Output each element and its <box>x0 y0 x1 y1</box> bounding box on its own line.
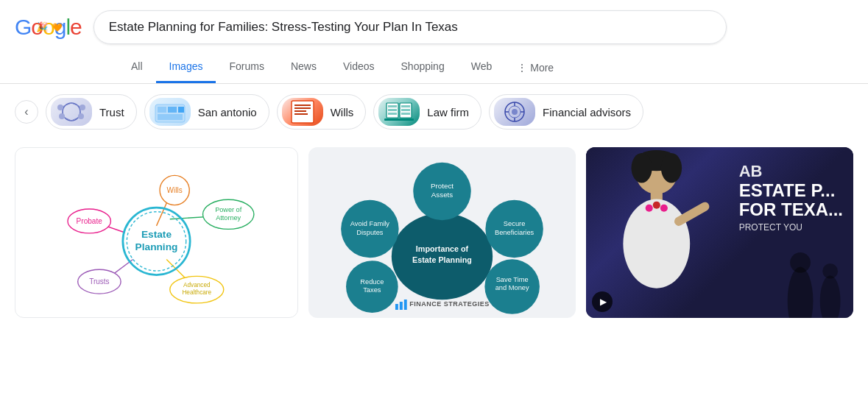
svg-point-8 <box>78 113 84 119</box>
svg-text:Save Time: Save Time <box>496 276 529 283</box>
svg-text:Avoid Family: Avoid Family <box>350 220 389 227</box>
video-title-text: ESTATE P...FOR TEXA... <box>739 181 843 220</box>
svg-point-82 <box>660 205 668 212</box>
google-logo: Google 🎉 🧡 <box>15 15 82 40</box>
tab-forums[interactable]: Forums <box>216 52 277 83</box>
svg-rect-75 <box>399 302 402 310</box>
svg-point-30 <box>512 109 518 115</box>
play-icon: ▶ <box>600 297 607 307</box>
chevron-left-icon: ‹ <box>24 105 28 118</box>
search-bar[interactable] <box>93 10 727 44</box>
tab-all[interactable]: All <box>118 52 156 83</box>
finance-diagram: Importance of Estate Planning Protect As… <box>308 148 576 317</box>
svg-rect-25 <box>401 109 410 111</box>
tab-videos[interactable]: Videos <box>330 52 388 83</box>
svg-text:Planning: Planning <box>135 241 178 252</box>
image-card-finance[interactable]: Importance of Estate Planning Protect As… <box>308 147 576 318</box>
svg-point-5 <box>57 104 63 110</box>
video-background: AB ESTATE P...FOR TEXA... PROTECT YOU <box>586 147 853 318</box>
svg-text:Wills: Wills <box>167 186 183 194</box>
video-play-button[interactable]: ▶ <box>592 291 613 312</box>
svg-text:Protect: Protect <box>431 182 454 190</box>
svg-text:Taxes: Taxes <box>363 286 381 294</box>
svg-point-89 <box>820 275 841 318</box>
svg-point-81 <box>653 202 660 209</box>
svg-text:Power of: Power of <box>215 206 241 213</box>
svg-rect-15 <box>294 104 311 106</box>
svg-rect-24 <box>401 105 410 107</box>
more-dots-icon: ⋮ <box>517 62 527 74</box>
chip-label-san-antonio: San antonio <box>198 106 257 118</box>
svg-line-83 <box>679 207 705 222</box>
svg-rect-74 <box>395 304 398 310</box>
svg-rect-22 <box>388 109 397 111</box>
filter-chip-law-firm[interactable]: Law firm <box>373 94 481 130</box>
chip-label-law-firm: Law firm <box>427 106 469 118</box>
tab-news[interactable]: News <box>278 52 330 83</box>
svg-point-6 <box>80 104 85 110</box>
chip-label-wills: Wills <box>331 106 354 118</box>
chip-thumb-law-firm <box>378 98 420 126</box>
finance-svg: Importance of Estate Planning Protect As… <box>308 148 576 317</box>
finance-logo: FINANCE STRATEGIES <box>395 298 489 310</box>
svg-point-80 <box>646 205 653 212</box>
svg-text:Attorney: Attorney <box>216 214 241 222</box>
svg-rect-27 <box>384 118 414 121</box>
video-channel-badge: AB <box>739 162 843 181</box>
svg-text:Estate: Estate <box>141 229 172 240</box>
images-grid: Estate Planning Wills Power of Attorney … <box>0 140 868 333</box>
filter-row: ‹ Trust <box>0 84 868 140</box>
svg-text:Advanced: Advanced <box>183 282 211 288</box>
chip-thumb-wills <box>282 98 323 126</box>
chip-thumb-financial-advisors <box>494 98 535 126</box>
chip-thumb-trust <box>51 98 92 126</box>
svg-rect-12 <box>178 107 184 113</box>
svg-rect-23 <box>388 113 397 115</box>
svg-rect-11 <box>168 107 177 113</box>
tab-shopping[interactable]: Shopping <box>388 52 458 83</box>
filter-prev-arrow[interactable]: ‹ <box>15 100 38 124</box>
svg-text:Estate Planning: Estate Planning <box>412 255 472 264</box>
svg-point-90 <box>822 263 838 279</box>
finance-logo-text: FINANCE STRATEGIES <box>409 300 489 308</box>
svg-point-7 <box>59 113 65 119</box>
more-menu[interactable]: ⋮ More <box>505 53 565 82</box>
header: Google 🎉 🧡 <box>0 0 868 52</box>
tab-images[interactable]: Images <box>156 52 216 83</box>
chip-label-trust: Trust <box>99 106 124 118</box>
svg-text:Beneficiaries: Beneficiaries <box>495 229 534 236</box>
tab-web[interactable]: Web <box>458 52 506 83</box>
image-card-video[interactable]: AB ESTATE P...FOR TEXA... PROTECT YOU ▶ <box>586 147 853 318</box>
svg-text:Importance of: Importance of <box>416 244 469 253</box>
filter-chip-wills[interactable]: Wills <box>277 94 367 130</box>
svg-rect-17 <box>294 110 306 112</box>
filter-chip-financial-advisors[interactable]: Financial advisors <box>489 94 643 130</box>
svg-rect-26 <box>401 113 410 115</box>
svg-text:Secure: Secure <box>504 220 526 227</box>
svg-text:Healthcare: Healthcare <box>182 289 211 296</box>
filter-chip-trust[interactable]: Trust <box>46 94 137 130</box>
image-card-mindmap[interactable]: Estate Planning Wills Power of Attorney … <box>15 147 298 318</box>
more-label: More <box>530 62 554 74</box>
svg-rect-16 <box>294 107 311 109</box>
svg-point-88 <box>790 252 811 273</box>
mindmap-svg: Estate Planning Wills Power of Attorney … <box>23 155 290 310</box>
search-input[interactable] <box>109 20 711 35</box>
svg-text:Disputes: Disputes <box>356 229 384 236</box>
svg-point-86 <box>661 153 682 183</box>
svg-point-85 <box>631 153 652 183</box>
chip-label-financial-advisors: Financial advisors <box>543 106 631 118</box>
svg-text:and Money: and Money <box>495 284 529 291</box>
svg-rect-76 <box>403 300 406 310</box>
svg-text:Trusts: Trusts <box>89 277 109 286</box>
svg-rect-13 <box>158 114 183 120</box>
svg-point-87 <box>788 266 814 318</box>
filter-chip-san-antonio[interactable]: San antonio <box>144 94 269 130</box>
svg-point-79 <box>623 199 690 288</box>
chip-thumb-san-antonio <box>149 98 191 126</box>
svg-text:Reduce: Reduce <box>360 278 384 286</box>
svg-rect-18 <box>294 113 308 115</box>
svg-rect-21 <box>388 105 397 107</box>
svg-rect-10 <box>158 107 166 113</box>
svg-text:Assets: Assets <box>431 191 454 199</box>
